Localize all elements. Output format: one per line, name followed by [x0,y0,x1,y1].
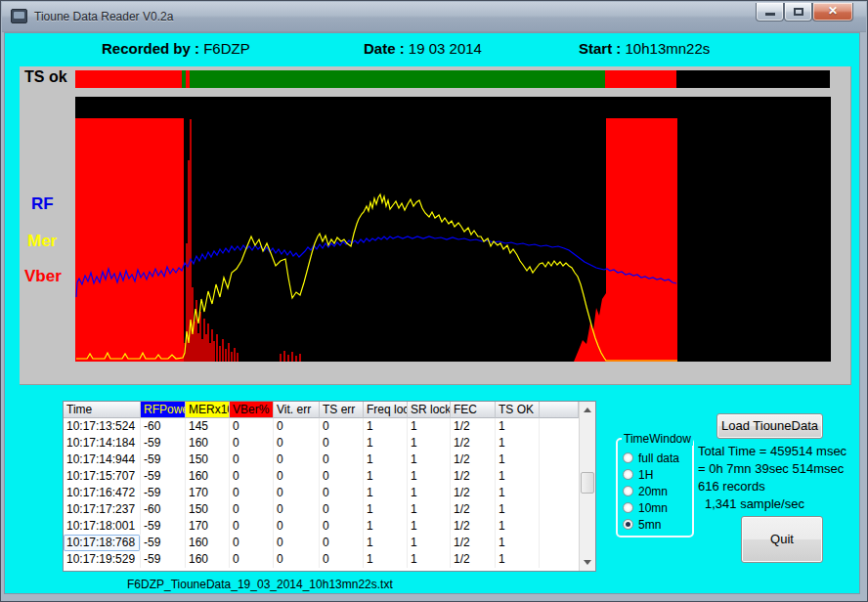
column-header[interactable]: TS err [320,402,364,418]
table-cell[interactable]: 0 [230,452,274,468]
table-cell[interactable]: 1 [408,501,451,518]
radio-icon[interactable] [623,452,633,463]
title-bar[interactable]: Tioune Data Reader V0.2a ✕ [2,2,866,32]
table-cell[interactable]: 160 [186,551,230,568]
time-window-option[interactable]: 20mn [623,483,679,499]
column-header[interactable]: SR lock [408,402,451,418]
column-header[interactable]: Time [64,402,141,418]
table-cell[interactable]: 1 [496,418,540,435]
table-cell[interactable]: -59 [141,535,186,551]
table-cell[interactable]: 150 [186,501,230,518]
table-cell[interactable]: 0 [230,501,274,518]
table-cell[interactable]: 1 [364,418,408,435]
table-cell[interactable]: 0 [320,468,364,485]
scrollbar-thumb[interactable] [581,472,594,494]
vertical-scrollbar[interactable] [579,402,595,571]
table-cell[interactable]: 0 [320,501,364,518]
table-cell[interactable]: 1 [408,535,451,551]
table-cell[interactable]: 1 [364,535,408,551]
table-row[interactable]: 10:17:18:001-59170000111/21 [64,518,579,535]
close-button[interactable]: ✕ [812,3,853,22]
table-cell[interactable]: 0 [230,485,274,501]
quit-button[interactable]: Quit [741,516,823,563]
table-cell[interactable]: 1 [408,485,451,501]
table-cell[interactable]: 10:17:18:768 [64,535,141,551]
table-cell[interactable]: 1 [408,452,451,468]
table-row[interactable]: 10:17:17:237-60150000111/21 [64,501,579,518]
table-cell[interactable]: 1 [408,551,451,568]
table-cell[interactable]: 0 [230,435,274,452]
table-cell[interactable]: 150 [186,452,230,468]
table-cell[interactable]: 1/2 [451,435,496,452]
table-cell[interactable]: 160 [186,468,230,485]
table-cell[interactable]: 1/2 [451,518,496,535]
table-cell[interactable]: 10:17:18:001 [64,518,141,535]
time-window-option[interactable]: 1H [623,466,679,483]
table-cell[interactable]: 0 [320,435,364,452]
table-cell[interactable]: 1/2 [451,551,496,568]
time-window-option[interactable]: 5mn [623,516,679,533]
scroll-up-button[interactable] [580,402,595,418]
table-cell[interactable]: 170 [186,518,230,535]
table-cell[interactable]: 0 [320,485,364,501]
table-cell[interactable]: 1 [496,551,540,568]
column-header[interactable]: VBer% [230,402,274,418]
table-cell[interactable]: 145 [186,418,230,435]
table-cell[interactable]: 0 [274,468,320,485]
table-cell[interactable]: 10:17:14:184 [64,435,141,452]
table-cell[interactable]: -59 [141,518,186,535]
radio-icon[interactable] [623,502,633,513]
table-row[interactable]: 10:17:14:184-59160000111/21 [64,435,579,452]
table-cell[interactable]: 1/2 [451,501,496,518]
table-cell[interactable]: 1/2 [451,468,496,485]
table-cell[interactable]: 10:17:13:524 [64,418,141,435]
table-cell[interactable]: 1 [364,468,408,485]
table-row[interactable]: 10:17:16:472-59170000111/21 [64,485,579,501]
table-cell[interactable]: 1 [364,435,408,452]
table-cell[interactable]: 1 [496,452,540,468]
table-cell[interactable]: 1 [364,485,408,501]
table-cell[interactable]: 0 [320,418,364,435]
table-cell[interactable]: 0 [274,418,320,435]
table-cell[interactable]: -60 [141,501,186,518]
column-header[interactable]: Freq lock [364,402,408,418]
table-cell[interactable]: 0 [274,535,320,551]
table-cell[interactable]: 10:17:14:944 [64,452,141,468]
column-header[interactable]: TS OK [496,402,540,418]
scroll-down-button[interactable] [580,554,595,571]
table-cell[interactable]: 0 [274,518,320,535]
table-cell[interactable]: 1 [496,518,540,535]
table-cell[interactable]: 1 [496,485,540,501]
table-cell[interactable]: 0 [320,551,364,568]
table-cell[interactable]: 0 [230,418,274,435]
table-cell[interactable]: -59 [141,485,186,501]
table-cell[interactable]: 1 [364,551,408,568]
table-row[interactable]: 10:17:14:944-59150000111/21 [64,452,579,468]
table-row[interactable]: 10:17:15:707-59160000111/21 [64,468,579,485]
radio-icon[interactable] [623,486,633,496]
table-cell[interactable]: 160 [186,435,230,452]
table-cell[interactable]: 10:17:16:472 [64,485,141,501]
table-cell[interactable]: 1 [496,501,540,518]
table-cell[interactable]: 0 [320,535,364,551]
table-row[interactable]: 10:17:19:529-59160000111/21 [64,551,579,568]
table-cell[interactable]: 0 [320,518,364,535]
table-cell[interactable]: 0 [274,551,320,568]
table-cell[interactable]: 1/2 [451,485,496,501]
table-cell[interactable]: 1 [364,518,408,535]
table-cell[interactable]: 160 [186,535,230,551]
table-cell[interactable]: 10:17:15:707 [64,468,141,485]
column-header[interactable]: Vit. err [274,402,320,418]
table-cell[interactable]: 0 [274,452,320,468]
table-cell[interactable]: 10:17:17:237 [64,501,141,518]
table-cell[interactable]: 0 [230,551,274,568]
table-cell[interactable]: 1 [408,518,451,535]
table-cell[interactable]: 1 [496,468,540,485]
table-row[interactable]: 10:17:13:524-60145000111/21 [64,418,579,435]
time-window-option[interactable]: 10mn [623,499,679,516]
table-cell[interactable]: 0 [274,435,320,452]
table-cell[interactable]: 170 [186,485,230,501]
column-header[interactable]: FEC [451,402,496,418]
time-window-option[interactable]: full data [623,450,679,466]
table-cell[interactable]: 0 [230,535,274,551]
